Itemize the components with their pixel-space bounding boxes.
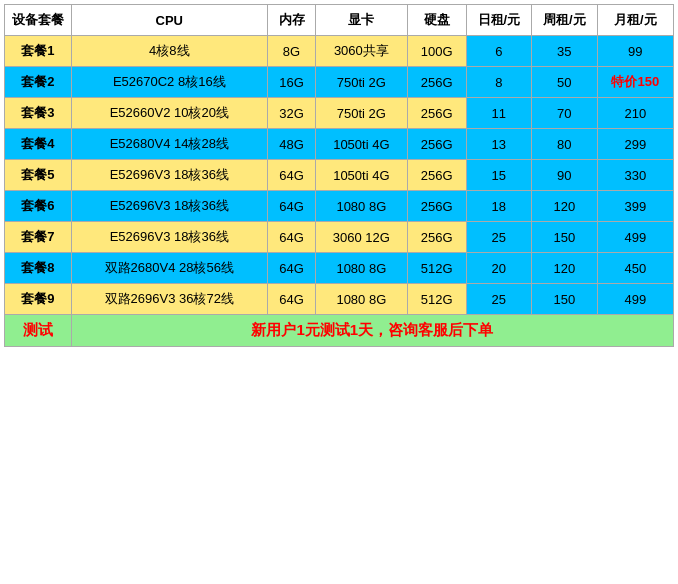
table-cell: 64G	[268, 160, 316, 191]
table-cell: E52680V4 14核28线	[71, 129, 267, 160]
table-cell: 18	[466, 191, 531, 222]
table-cell: 11	[466, 98, 531, 129]
header-gpu: 显卡	[316, 5, 408, 36]
table-cell: 套餐3	[5, 98, 72, 129]
table-cell: 50	[532, 67, 597, 98]
table-cell: 64G	[268, 284, 316, 315]
table-cell: 450	[597, 253, 673, 284]
header-monthly: 月租/元	[597, 5, 673, 36]
table-cell: 64G	[268, 191, 316, 222]
header-mem: 内存	[268, 5, 316, 36]
table-row: 套餐5E52696V3 18核36线64G1050ti 4G256G159033…	[5, 160, 674, 191]
table-cell: 15	[466, 160, 531, 191]
table-cell: 1050ti 4G	[316, 160, 408, 191]
table-row: 套餐8双路2680V4 28核56线64G1080 8G512G20120450	[5, 253, 674, 284]
table-cell: 256G	[407, 98, 466, 129]
table-cell: 256G	[407, 129, 466, 160]
table-cell: 399	[597, 191, 673, 222]
table-header: 设备套餐 CPU 内存 显卡 硬盘 日租/元 周租/元 月租/元	[5, 5, 674, 36]
table-cell: 150	[532, 222, 597, 253]
table-cell: 299	[597, 129, 673, 160]
table-cell: 特价150	[597, 67, 673, 98]
table-cell: 1080 8G	[316, 191, 408, 222]
table-cell: 13	[466, 129, 531, 160]
table-cell: 套餐5	[5, 160, 72, 191]
table-cell: 256G	[407, 160, 466, 191]
table-cell: 256G	[407, 191, 466, 222]
table-cell: 120	[532, 191, 597, 222]
pricing-table: 设备套餐 CPU 内存 显卡 硬盘 日租/元 周租/元 月租/元 套餐14核8线…	[4, 4, 674, 347]
table-cell: 双路2696V3 36核72线	[71, 284, 267, 315]
test-row: 测试新用户1元测试1天，咨询客服后下单	[5, 315, 674, 347]
table-cell: 4核8线	[71, 36, 267, 67]
header-package: 设备套餐	[5, 5, 72, 36]
table-cell: 1050ti 4G	[316, 129, 408, 160]
table-cell: 套餐9	[5, 284, 72, 315]
table-cell: 330	[597, 160, 673, 191]
table-cell: 256G	[407, 67, 466, 98]
table-cell: 70	[532, 98, 597, 129]
table-cell: 20	[466, 253, 531, 284]
header-weekly: 周租/元	[532, 5, 597, 36]
table-cell: 双路2680V4 28核56线	[71, 253, 267, 284]
table-cell: 120	[532, 253, 597, 284]
table-cell: 750ti 2G	[316, 67, 408, 98]
table-cell: 100G	[407, 36, 466, 67]
table-cell: 套餐2	[5, 67, 72, 98]
table-cell: 32G	[268, 98, 316, 129]
table-cell: 256G	[407, 222, 466, 253]
table-cell: 3060共享	[316, 36, 408, 67]
table-cell: 25	[466, 222, 531, 253]
table-cell: 64G	[268, 253, 316, 284]
table-cell: 套餐7	[5, 222, 72, 253]
table-cell: 8G	[268, 36, 316, 67]
table-row: 套餐6E52696V3 18核36线64G1080 8G256G18120399	[5, 191, 674, 222]
header-cpu: CPU	[71, 5, 267, 36]
table-cell: 8	[466, 67, 531, 98]
table-cell: 套餐8	[5, 253, 72, 284]
table-cell: 512G	[407, 253, 466, 284]
table-cell: 90	[532, 160, 597, 191]
test-label: 测试	[5, 315, 72, 347]
table-cell: 6	[466, 36, 531, 67]
table-cell: 35	[532, 36, 597, 67]
table-cell: 48G	[268, 129, 316, 160]
table-cell: E52696V3 18核36线	[71, 160, 267, 191]
table-cell: 套餐6	[5, 191, 72, 222]
table-cell: 64G	[268, 222, 316, 253]
table-cell: 99	[597, 36, 673, 67]
test-text: 新用户1元测试1天，咨询客服后下单	[71, 315, 673, 347]
table-row: 套餐3E52660V2 10核20线32G750ti 2G256G1170210	[5, 98, 674, 129]
table-cell: 750ti 2G	[316, 98, 408, 129]
table-cell: 套餐1	[5, 36, 72, 67]
table-cell: E52670C2 8核16线	[71, 67, 267, 98]
table-cell: 16G	[268, 67, 316, 98]
table-cell: 210	[597, 98, 673, 129]
table-body: 套餐14核8线8G3060共享100G63599套餐2E52670C2 8核16…	[5, 36, 674, 347]
table-cell: E52696V3 18核36线	[71, 191, 267, 222]
header-daily: 日租/元	[466, 5, 531, 36]
table-cell: 套餐4	[5, 129, 72, 160]
table-cell: 3060 12G	[316, 222, 408, 253]
table-cell: 499	[597, 284, 673, 315]
header-disk: 硬盘	[407, 5, 466, 36]
table-row: 套餐2E52670C2 8核16线16G750ti 2G256G850特价150	[5, 67, 674, 98]
table-row: 套餐14核8线8G3060共享100G63599	[5, 36, 674, 67]
table-row: 套餐9双路2696V3 36核72线64G1080 8G512G25150499	[5, 284, 674, 315]
table-cell: 25	[466, 284, 531, 315]
table-cell: 1080 8G	[316, 253, 408, 284]
table-cell: 1080 8G	[316, 284, 408, 315]
table-cell: 499	[597, 222, 673, 253]
table-cell: E52660V2 10核20线	[71, 98, 267, 129]
table-row: 套餐7E52696V3 18核36线64G3060 12G256G2515049…	[5, 222, 674, 253]
table-cell: E52696V3 18核36线	[71, 222, 267, 253]
table-cell: 512G	[407, 284, 466, 315]
table-cell: 80	[532, 129, 597, 160]
table-cell: 150	[532, 284, 597, 315]
table-row: 套餐4E52680V4 14核28线48G1050ti 4G256G138029…	[5, 129, 674, 160]
